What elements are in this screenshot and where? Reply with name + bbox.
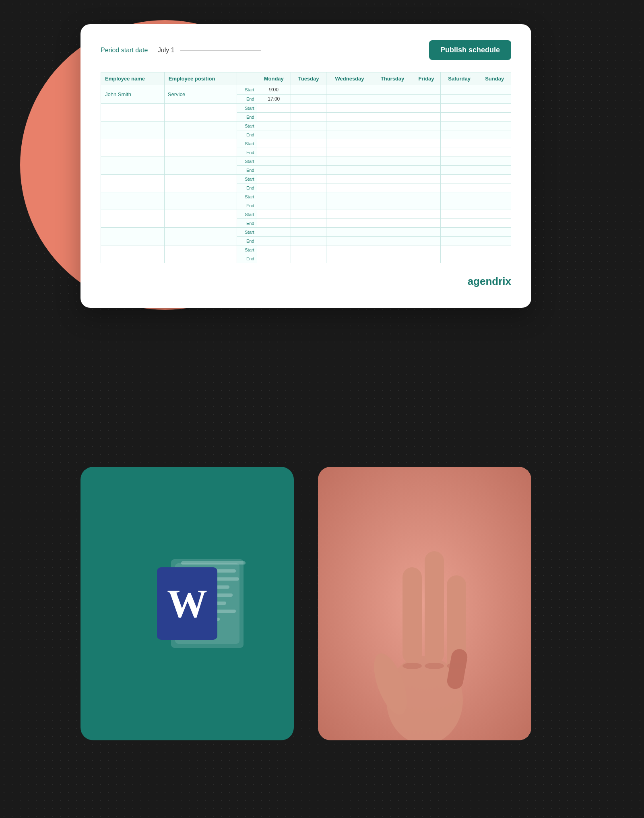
wednesday-start-2 [326, 104, 373, 113]
row-label-start-1: Start [237, 85, 257, 95]
hand-illustration [318, 467, 531, 740]
wednesday-start-1 [326, 85, 373, 95]
sat-s-6 [440, 175, 478, 183]
employee-position-service: Service [164, 85, 237, 104]
empty-name-10 [101, 245, 165, 263]
fri-s-8 [412, 210, 441, 219]
row-label-end-2: End [237, 113, 257, 122]
wednesday-end-2 [326, 113, 373, 122]
empty-pos-10 [164, 245, 237, 263]
sat-s-3 [440, 122, 478, 130]
thu-e-3 [373, 130, 412, 139]
mon-s-3 [257, 122, 291, 130]
thursday-start-1 [373, 85, 412, 95]
fri-s-3 [412, 122, 441, 130]
monday-end-1: 17:00 [257, 95, 291, 104]
svg-point-8 [425, 663, 444, 669]
tue-s-6 [291, 175, 326, 183]
sun-e-7 [478, 201, 511, 210]
empty-name-9 [101, 228, 165, 245]
thu-s-9 [373, 228, 412, 237]
row-label-end-10: End [237, 254, 257, 263]
publish-schedule-button[interactable]: Publish schedule [429, 40, 511, 60]
sat-s-5 [440, 157, 478, 166]
row-label-end-5: End [237, 166, 257, 175]
tue-s-9 [291, 228, 326, 237]
wed-s-3 [326, 122, 373, 130]
card-header: Period start date July 1 Publish schedul… [101, 40, 511, 60]
tue-e-7 [291, 201, 326, 210]
fri-s-7 [412, 192, 441, 201]
wednesday-end-1 [326, 95, 373, 104]
wed-e-5 [326, 166, 373, 175]
sat-s-4 [440, 139, 478, 148]
wed-e-6 [326, 183, 373, 192]
tue-s-4 [291, 139, 326, 148]
sunday-end-2 [478, 113, 511, 122]
friday-start-1 [412, 85, 441, 95]
sunday-end-1 [478, 95, 511, 104]
sun-e-8 [478, 219, 511, 228]
row-label-start-10: Start [237, 245, 257, 254]
empty-name-3 [101, 122, 165, 139]
empty-name-8 [101, 210, 165, 228]
sun-s-9 [478, 228, 511, 237]
mon-e-7 [257, 201, 291, 210]
sat-e-9 [440, 237, 478, 245]
thu-e-8 [373, 219, 412, 228]
thu-e-10 [373, 254, 412, 263]
empty-pos-3 [164, 122, 237, 139]
svg-point-7 [402, 663, 422, 669]
monday-end-2 [257, 113, 291, 122]
sun-s-4 [478, 139, 511, 148]
tue-e-6 [291, 183, 326, 192]
empty-pos-4 [164, 139, 237, 157]
empty-pos-6 [164, 175, 237, 192]
row-label-start-9: Start [237, 228, 257, 237]
wed-s-7 [326, 192, 373, 201]
empty-pos-8 [164, 210, 237, 228]
word-letter-w: W [167, 583, 207, 624]
sunday-start-1 [478, 85, 511, 95]
saturday-end-1 [440, 95, 478, 104]
thu-s-4 [373, 139, 412, 148]
table-row: Start [101, 139, 511, 148]
sat-e-4 [440, 148, 478, 157]
tue-e-3 [291, 130, 326, 139]
sun-s-5 [478, 157, 511, 166]
row-label-start-2: Start [237, 104, 257, 113]
mon-s-9 [257, 228, 291, 237]
word-icon-container: W [139, 555, 235, 652]
sat-s-10 [440, 245, 478, 254]
row-label-end-1: End [237, 95, 257, 104]
tuesday-start-1 [291, 85, 326, 95]
fri-e-6 [412, 183, 441, 192]
sun-s-3 [478, 122, 511, 130]
word-letter-box: W [157, 567, 217, 640]
empty-name-4 [101, 139, 165, 157]
fri-e-7 [412, 201, 441, 210]
sun-e-3 [478, 130, 511, 139]
empty-name-2 [101, 104, 165, 122]
row-label-end-8: End [237, 219, 257, 228]
fri-s-10 [412, 245, 441, 254]
mon-e-10 [257, 254, 291, 263]
mon-s-6 [257, 175, 291, 183]
fri-e-8 [412, 219, 441, 228]
sat-e-3 [440, 130, 478, 139]
mon-e-6 [257, 183, 291, 192]
table-row: Start [101, 192, 511, 201]
col-friday: Friday [412, 72, 441, 85]
fri-s-9 [412, 228, 441, 237]
col-sunday: Sunday [478, 72, 511, 85]
col-employee-position: Employee position [164, 72, 237, 85]
tue-e-5 [291, 166, 326, 175]
tuesday-end-2 [291, 113, 326, 122]
sun-s-8 [478, 210, 511, 219]
row-label-end-3: End [237, 130, 257, 139]
mon-e-8 [257, 219, 291, 228]
sat-e-10 [440, 254, 478, 263]
col-thursday: Thursday [373, 72, 412, 85]
thu-e-6 [373, 183, 412, 192]
tue-s-10 [291, 245, 326, 254]
